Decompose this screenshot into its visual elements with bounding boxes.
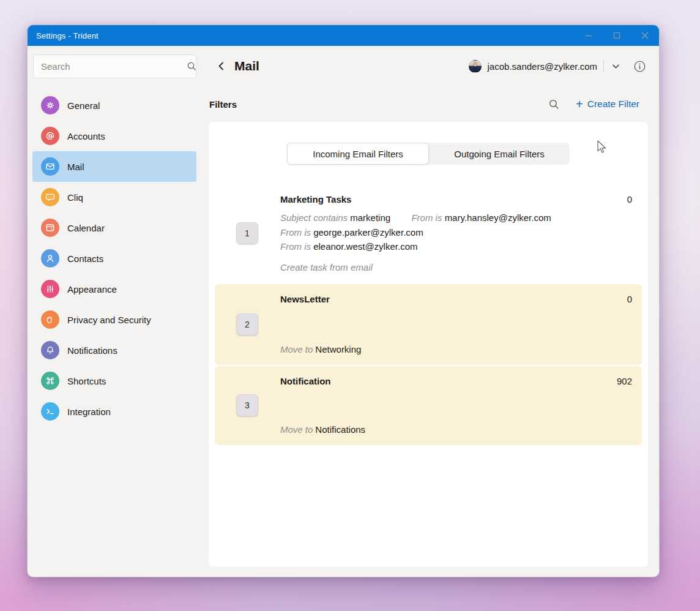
sidebar-item-calendar[interactable]: Calendar bbox=[32, 212, 196, 243]
sidebar-nav: General Accounts Mail bbox=[28, 90, 209, 427]
filters-card: Incoming Email Filters Outgoing Email Fi… bbox=[209, 122, 648, 567]
sidebar-item-contacts[interactable]: Contacts bbox=[32, 243, 196, 274]
sidebar-item-accounts[interactable]: Accounts bbox=[32, 121, 196, 151]
sliders-icon bbox=[41, 280, 59, 298]
maximize-icon bbox=[612, 31, 621, 40]
sidebar-item-label: Shortcuts bbox=[67, 376, 106, 386]
sidebar-item-integration[interactable]: Integration bbox=[32, 396, 196, 427]
sidebar-item-label: Privacy and Security bbox=[67, 315, 151, 325]
minimize-icon bbox=[584, 31, 593, 40]
sidebar-item-general[interactable]: General bbox=[32, 90, 196, 121]
sidebar-item-label: General bbox=[67, 100, 100, 111]
settings-sidebar: General Accounts Mail bbox=[28, 46, 209, 577]
sidebar-item-label: Accounts bbox=[67, 131, 105, 141]
sidebar-item-mail[interactable]: Mail bbox=[32, 151, 196, 182]
info-icon bbox=[633, 60, 646, 73]
create-filter-button[interactable]: + Create Filter bbox=[576, 98, 639, 110]
sidebar-item-label: Mail bbox=[67, 162, 84, 172]
filter-conditions: Subject contains marketing From is mary.… bbox=[280, 211, 632, 254]
sidebar-item-notifications[interactable]: Notifications bbox=[32, 335, 196, 365]
command-icon bbox=[41, 372, 59, 390]
chevron-left-icon bbox=[216, 61, 227, 72]
main-panel: Mail jacob.sanders@zylker.com Filters bbox=[209, 46, 659, 577]
gear-icon bbox=[41, 96, 59, 114]
main-header: Mail jacob.sanders@zylker.com bbox=[209, 46, 647, 86]
close-icon bbox=[641, 31, 649, 40]
chat-bubble-icon bbox=[41, 188, 59, 206]
filter-list: 1 Marketing Tasks 0 Subject contains mar… bbox=[209, 184, 648, 445]
at-icon bbox=[41, 127, 59, 145]
envelope-icon bbox=[41, 157, 59, 176]
sidebar-item-label: Integration bbox=[67, 407, 111, 417]
filters-bar: Filters + Create Filter bbox=[209, 86, 647, 122]
sidebar-item-shortcuts[interactable]: Shortcuts bbox=[32, 365, 196, 396]
sidebar-item-label: Notifications bbox=[67, 345, 117, 356]
sidebar-item-label: Cliq bbox=[67, 192, 83, 203]
filter-order-badge[interactable]: 2 bbox=[236, 313, 258, 335]
mouse-cursor bbox=[595, 140, 608, 154]
terminal-icon bbox=[41, 402, 59, 421]
filters-title: Filters bbox=[209, 99, 237, 110]
account-selector[interactable]: jacob.sanders@zylker.com bbox=[469, 59, 647, 73]
filter-count: 902 bbox=[617, 375, 632, 388]
bell-icon bbox=[41, 341, 59, 359]
filter-action: Move toNetworking bbox=[280, 343, 632, 356]
sidebar-item-cliq[interactable]: Cliq bbox=[32, 182, 196, 212]
plus-icon: + bbox=[576, 98, 583, 110]
settings-window: Settings - Trident bbox=[27, 24, 660, 577]
divider bbox=[603, 60, 604, 72]
sidebar-item-label: Calendar bbox=[67, 223, 105, 233]
filter-row[interactable]: 1 Marketing Tasks 0 Subject contains mar… bbox=[215, 184, 642, 283]
sidebar-item-label: Appearance bbox=[67, 284, 117, 294]
filter-order-badge[interactable]: 3 bbox=[236, 394, 258, 416]
filter-row[interactable]: 3 Notification 902 Move toNotifications bbox=[215, 366, 642, 445]
filter-action: Create task from email bbox=[280, 261, 632, 274]
info-button[interactable] bbox=[632, 59, 647, 73]
tab-incoming-email-filters[interactable]: Incoming Email Filters bbox=[287, 143, 429, 165]
avatar bbox=[469, 60, 482, 73]
calendar-icon bbox=[41, 219, 59, 237]
filter-row[interactable]: 2 NewsLetter 0 Move toNetworking bbox=[215, 284, 642, 365]
filter-order-badge[interactable]: 1 bbox=[236, 222, 258, 244]
chevron-down-icon bbox=[611, 62, 620, 71]
filter-search-icon[interactable] bbox=[548, 99, 560, 110]
filter-action: Move toNotifications bbox=[280, 423, 632, 436]
search-icon bbox=[187, 61, 197, 72]
close-button[interactable] bbox=[631, 25, 659, 46]
hand-icon bbox=[41, 310, 59, 329]
filter-name: Marketing Tasks bbox=[280, 193, 351, 206]
search-input[interactable] bbox=[33, 54, 196, 78]
filter-tabs: Incoming Email Filters Outgoing Email Fi… bbox=[287, 143, 570, 165]
page-title: Mail bbox=[234, 59, 259, 73]
account-email: jacob.sanders@zylker.com bbox=[488, 61, 597, 72]
window-controls bbox=[575, 25, 659, 46]
account-dropdown-button[interactable] bbox=[609, 59, 622, 73]
filter-name: Notification bbox=[280, 375, 331, 388]
tab-outgoing-email-filters[interactable]: Outgoing Email Filters bbox=[429, 143, 570, 165]
filter-count: 0 bbox=[627, 293, 632, 306]
sidebar-item-privacy[interactable]: Privacy and Security bbox=[32, 304, 196, 335]
person-icon bbox=[41, 249, 59, 268]
minimize-button[interactable] bbox=[575, 25, 603, 46]
back-button[interactable] bbox=[215, 59, 228, 73]
titlebar: Settings - Trident bbox=[28, 25, 659, 46]
filter-name: NewsLetter bbox=[280, 293, 330, 306]
window-title: Settings - Trident bbox=[28, 31, 99, 40]
sidebar-item-appearance[interactable]: Appearance bbox=[32, 274, 196, 304]
maximize-button[interactable] bbox=[603, 25, 631, 46]
sidebar-item-label: Contacts bbox=[67, 253, 103, 264]
filter-count: 0 bbox=[627, 193, 632, 206]
